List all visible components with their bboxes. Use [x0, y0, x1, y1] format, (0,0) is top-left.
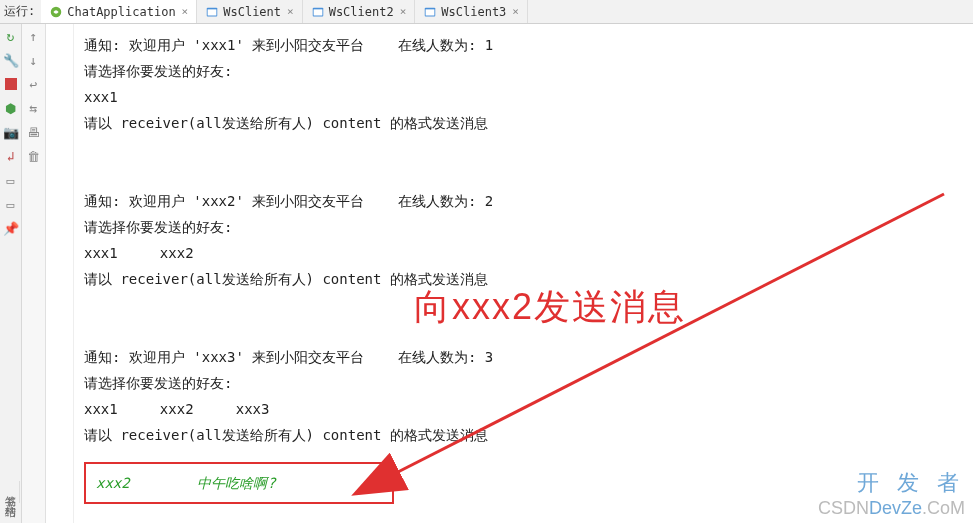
input-content: 中午吃啥啊?: [197, 475, 275, 491]
tab-wsclient2[interactable]: WsClient2 ×: [303, 0, 416, 23]
input-receiver: xxx2: [96, 475, 130, 491]
spring-icon: [49, 5, 63, 19]
left-toolbar-secondary: ↑ ↓ ↩ ⇆ 🖶 🗑: [22, 24, 46, 523]
watermark: 开 发 者 CSDNDevZe.CoM: [818, 468, 965, 519]
side-tool-tabs: 书签 结构: [0, 481, 20, 503]
run-tabs-bar: 运行: ChatApplication × WsClient × WsClien…: [0, 0, 973, 24]
console-line: 请选择你要发送的好友:: [84, 214, 963, 240]
stop-icon[interactable]: [3, 76, 19, 92]
console-line: 通知: 欢迎用户 'xxx2' 来到小阳交友平台 在线人数为: 2: [84, 188, 963, 214]
blank-line: [84, 136, 963, 162]
svg-rect-4: [313, 9, 322, 15]
exit-icon[interactable]: ↲: [3, 148, 19, 164]
svg-rect-7: [5, 78, 17, 90]
console-line: xxx1 xxx2 xxx3: [84, 396, 963, 422]
tab-label: WsClient: [223, 5, 281, 19]
close-icon[interactable]: ×: [400, 5, 407, 18]
wrap2-icon[interactable]: ⇆: [26, 100, 42, 116]
close-icon[interactable]: ×: [287, 5, 294, 18]
watermark-line2: CSDNDevZe.CoM: [818, 498, 965, 519]
camera-icon[interactable]: 📷: [3, 124, 19, 140]
console-line: 通知: 欢迎用户 'xxx3' 来到小阳交友平台 在线人数为: 3: [84, 344, 963, 370]
app-icon: [311, 5, 325, 19]
gutter: [46, 24, 74, 523]
console-line: 请以 receiver(all发送给所有人) content 的格式发送消息: [84, 110, 963, 136]
console-line: xxx1 xxx2: [84, 240, 963, 266]
pin-icon[interactable]: 📌: [3, 220, 19, 236]
wrench-icon[interactable]: 🔧: [3, 52, 19, 68]
tab-label: WsClient2: [329, 5, 394, 19]
console-input-highlight: xxx2 中午吃啥啊?: [84, 462, 394, 504]
console-line: 通知: 欢迎用户 'xxx1' 来到小阳交友平台 在线人数为: 1: [84, 32, 963, 58]
input-spacer: [138, 475, 189, 491]
down-arrow-icon[interactable]: ↓: [26, 52, 42, 68]
collapse-icon[interactable]: ▭: [3, 172, 19, 188]
console-line: xxx1: [84, 84, 963, 110]
close-icon[interactable]: ×: [512, 5, 519, 18]
run-label: 运行:: [4, 3, 35, 20]
svg-rect-6: [426, 9, 435, 15]
blank-line: [84, 162, 963, 188]
app-icon: [205, 5, 219, 19]
up-arrow-icon[interactable]: ↑: [26, 28, 42, 44]
tab-chatapplication[interactable]: ChatApplication ×: [41, 0, 197, 23]
main-area: ↻ 🔧 ⬢ 📷 ↲ ▭ ▭ 📌 ↑ ↓ ↩ ⇆ 🖶 🗑 通知: 欢迎用户 'xx…: [0, 24, 973, 523]
rerun-icon[interactable]: ↻: [3, 28, 19, 44]
trash-icon[interactable]: 🗑: [26, 148, 42, 164]
left-toolbar-primary: ↻ 🔧 ⬢ 📷 ↲ ▭ ▭ 📌: [0, 24, 22, 523]
tab-label: ChatApplication: [67, 5, 175, 19]
wrap-icon[interactable]: ↩: [26, 76, 42, 92]
tab-label: WsClient3: [441, 5, 506, 19]
console-line: 请选择你要发送的好友:: [84, 370, 963, 396]
layout-icon[interactable]: ▭: [3, 196, 19, 212]
tab-wsclient3[interactable]: WsClient3 ×: [415, 0, 528, 23]
tab-wsclient[interactable]: WsClient ×: [197, 0, 302, 23]
print-icon[interactable]: 🖶: [26, 124, 42, 140]
annotation-text: 向xxx2发送消息: [414, 294, 686, 320]
watermark-line1: 开 发 者: [818, 468, 965, 498]
console-line: 请选择你要发送的好友:: [84, 58, 963, 84]
console-output[interactable]: 通知: 欢迎用户 'xxx1' 来到小阳交友平台 在线人数为: 1 请选择你要发…: [74, 24, 973, 523]
app-icon: [423, 5, 437, 19]
close-icon[interactable]: ×: [182, 5, 189, 18]
console-line: 请以 receiver(all发送给所有人) content 的格式发送消息: [84, 422, 963, 448]
svg-rect-2: [208, 9, 217, 15]
bug-icon[interactable]: ⬢: [3, 100, 19, 116]
